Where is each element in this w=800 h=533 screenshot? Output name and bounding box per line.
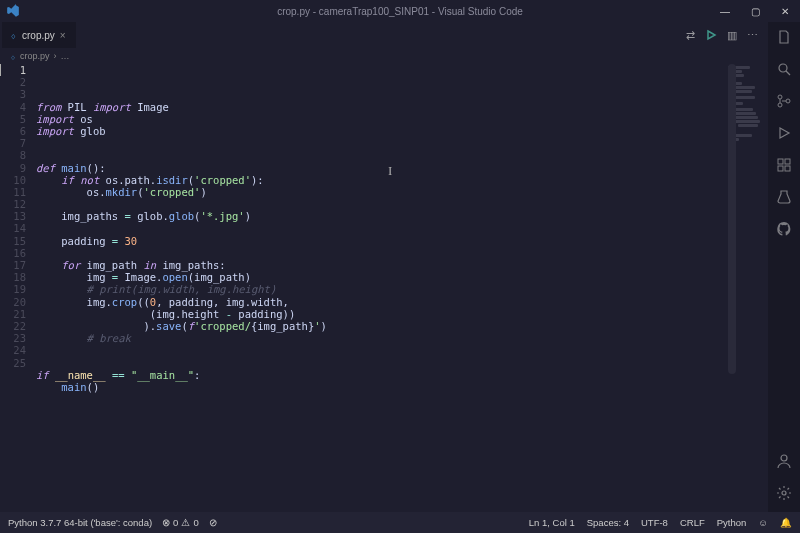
- split-editor-icon[interactable]: ▥: [727, 29, 737, 42]
- settings-gear-icon[interactable]: [775, 484, 793, 502]
- editor-area: ⬨ crop.py × ⇄ ▥ ⋯ ⬨ crop.py › … 12345678…: [0, 22, 768, 512]
- python-file-icon: ⬨: [10, 29, 17, 41]
- svg-rect-6: [778, 166, 783, 171]
- status-language-mode[interactable]: Python: [717, 517, 747, 528]
- line-number-gutter: 1234567891011121314151617181920212223242…: [0, 64, 36, 512]
- breadcrumb-more: …: [61, 51, 70, 61]
- minimize-button[interactable]: —: [710, 0, 740, 22]
- tab-actions: ⇄ ▥ ⋯: [686, 29, 768, 42]
- status-bar: Python 3.7.7 64-bit ('base': conda) ⊗ 0 …: [0, 512, 800, 533]
- main-area: ⬨ crop.py × ⇄ ▥ ⋯ ⬨ crop.py › … 12345678…: [0, 22, 800, 512]
- source-control-icon[interactable]: [775, 92, 793, 110]
- run-debug-icon[interactable]: [775, 124, 793, 142]
- svg-point-3: [786, 99, 790, 103]
- status-prohibited-icon[interactable]: ⊘: [209, 517, 217, 528]
- status-eol[interactable]: CRLF: [680, 517, 705, 528]
- code-content[interactable]: from PIL import Imageimport osimport glo…: [36, 64, 726, 512]
- breadcrumb-file: crop.py: [20, 51, 50, 61]
- breadcrumb-separator: ›: [54, 51, 57, 61]
- svg-point-9: [782, 491, 786, 495]
- status-encoding[interactable]: UTF-8: [641, 517, 668, 528]
- status-feedback-icon[interactable]: ☺: [758, 517, 768, 528]
- vertical-scrollbar[interactable]: [728, 64, 736, 374]
- mouse-text-cursor: I: [388, 163, 389, 176]
- run-icon[interactable]: [705, 29, 717, 41]
- title-bar: crop.py - cameraTrap100_SINP01 - Visual …: [0, 0, 800, 22]
- tab-crop-py[interactable]: ⬨ crop.py ×: [2, 22, 76, 48]
- close-button[interactable]: ✕: [770, 0, 800, 22]
- status-bell-icon[interactable]: 🔔: [780, 517, 792, 528]
- window-controls: — ▢ ✕: [710, 0, 800, 22]
- breadcrumb[interactable]: ⬨ crop.py › …: [0, 48, 768, 64]
- status-python-interpreter[interactable]: Python 3.7.7 64-bit ('base': conda): [8, 517, 152, 528]
- account-icon[interactable]: [775, 452, 793, 470]
- status-problems[interactable]: ⊗ 0 ⚠ 0: [162, 517, 199, 528]
- files-icon[interactable]: [775, 28, 793, 46]
- text-cursor: [0, 64, 1, 76]
- svg-point-1: [778, 95, 782, 99]
- github-icon[interactable]: [775, 220, 793, 238]
- warning-icon: ⚠: [181, 517, 190, 528]
- compare-icon[interactable]: ⇄: [686, 29, 695, 42]
- vscode-logo-icon: [6, 4, 20, 18]
- svg-point-0: [779, 64, 787, 72]
- tab-bar: ⬨ crop.py × ⇄ ▥ ⋯: [0, 22, 768, 48]
- tab-close-icon[interactable]: ×: [60, 30, 66, 41]
- error-icon: ⊗: [162, 517, 170, 528]
- tab-label: crop.py: [22, 30, 55, 41]
- test-icon[interactable]: [775, 188, 793, 206]
- svg-rect-4: [778, 159, 783, 164]
- extensions-icon[interactable]: [775, 156, 793, 174]
- code-editor[interactable]: 1234567891011121314151617181920212223242…: [0, 64, 768, 512]
- svg-rect-5: [785, 159, 790, 164]
- more-actions-icon[interactable]: ⋯: [747, 29, 758, 42]
- maximize-button[interactable]: ▢: [740, 0, 770, 22]
- svg-point-8: [781, 455, 787, 461]
- activity-bar: [768, 22, 800, 512]
- status-cursor-position[interactable]: Ln 1, Col 1: [529, 517, 575, 528]
- svg-point-2: [778, 103, 782, 107]
- window-title: crop.py - cameraTrap100_SINP01 - Visual …: [277, 6, 523, 17]
- search-icon[interactable]: [775, 60, 793, 78]
- svg-rect-7: [785, 166, 790, 171]
- python-file-icon: ⬨: [10, 51, 16, 62]
- status-indentation[interactable]: Spaces: 4: [587, 517, 629, 528]
